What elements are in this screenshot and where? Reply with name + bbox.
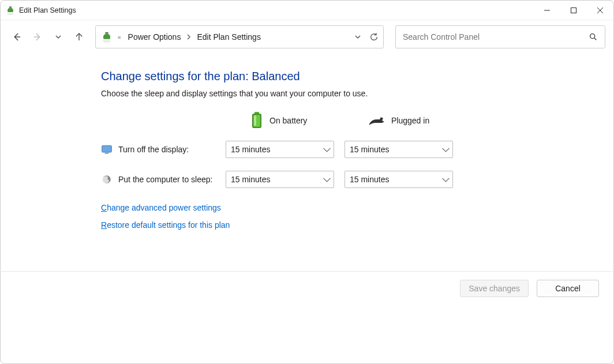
svg-line-12 [594,38,596,40]
advanced-settings-link[interactable]: Change advanced power settings [101,203,613,212]
column-plugged: Plugged in [368,112,429,129]
svg-rect-1 [9,6,12,7]
battery-icon [250,112,264,129]
column-battery-label: On battery [269,116,307,125]
save-button[interactable]: Save changes [460,280,529,297]
maximize-button[interactable] [560,1,587,20]
display-icon [101,144,113,155]
column-headers: On battery Plugged in [250,112,613,129]
column-plugged-label: Plugged in [391,116,429,125]
search-input[interactable] [403,32,589,42]
footer-buttons: Save changes Cancel [460,280,599,297]
page-subtext: Choose the sleep and display settings th… [101,89,613,98]
sleep-label: Put the computer to sleep: [118,175,226,184]
history-dropdown-button[interactable] [50,29,66,45]
minimize-button[interactable] [534,1,560,20]
back-button[interactable] [9,29,25,45]
column-battery: On battery [250,112,368,129]
sleep-setting-row: Put the computer to sleep: 15 minutes 15… [101,171,613,188]
footer-divider [0,271,614,272]
app-icon [5,5,16,16]
svg-point-0 [7,13,14,15]
chevron-right-icon [186,33,191,40]
window-title: Edit Plan Settings [19,6,76,14]
sleep-icon [101,174,113,185]
display-setting-row: Turn off the display: 15 minutes 15 minu… [101,141,613,158]
navigation-row: « Power Options Edit Plan Settings [1,20,613,54]
cancel-button[interactable]: Cancel [537,280,599,297]
close-button[interactable] [587,1,613,20]
forward-button[interactable] [29,29,46,45]
search-icon[interactable] [589,32,598,42]
breadcrumb-edit-plan[interactable]: Edit Plan Settings [194,31,263,43]
svg-rect-10 [105,32,108,34]
svg-point-11 [590,34,595,39]
breadcrumb-power-options[interactable]: Power Options [126,31,184,43]
display-label: Turn off the display: [118,145,226,154]
up-button[interactable] [71,29,87,45]
content-area: Change settings for the plan: Balanced C… [1,54,613,230]
address-bar[interactable]: « Power Options Edit Plan Settings [95,25,384,48]
display-plugged-select[interactable]: 15 minutes [345,141,453,158]
breadcrumb-prefix: « [117,34,122,40]
titlebar: Edit Plan Settings [1,1,613,20]
svg-rect-16 [254,115,256,126]
address-dropdown-icon[interactable] [354,33,361,40]
sleep-battery-select[interactable]: 15 minutes [226,171,334,188]
restore-defaults-link[interactable]: Restore default settings for this plan [101,220,613,230]
page-heading: Change settings for the plan: Balanced [101,70,613,83]
display-battery-select[interactable]: 15 minutes [226,141,334,158]
svg-rect-18 [105,153,109,154]
plug-icon [368,115,385,126]
svg-rect-17 [102,145,112,152]
search-bar[interactable] [395,25,605,48]
svg-point-9 [103,40,111,43]
sleep-plugged-select[interactable]: 15 minutes [345,171,453,188]
power-plan-icon [100,31,113,43]
svg-rect-3 [571,7,576,13]
refresh-icon[interactable] [369,32,379,42]
